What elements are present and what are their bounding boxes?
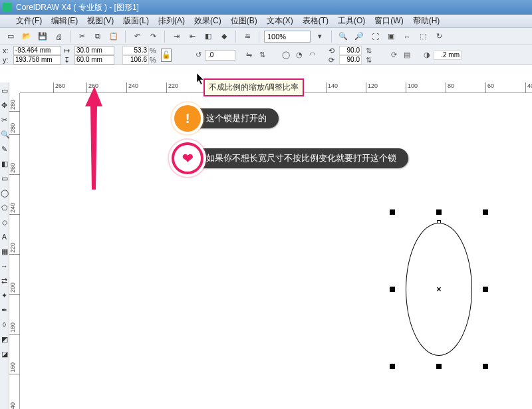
arc-button[interactable]: ◠ xyxy=(307,49,319,61)
refresh-button[interactable]: ↻ xyxy=(432,30,446,43)
menu-edit[interactable]: 编辑(E) xyxy=(51,15,78,27)
interactive-fill-tool[interactable]: ◪ xyxy=(1,348,9,359)
menu-file[interactable]: 文件(F) xyxy=(16,15,42,27)
sel-handle-ml[interactable] xyxy=(390,287,395,292)
sel-handle-mr[interactable] xyxy=(483,287,488,292)
ruler-tick: 240 xyxy=(9,203,20,215)
menu-layout[interactable]: 版面(L) xyxy=(123,15,149,27)
sel-handle-bl[interactable] xyxy=(390,364,395,369)
undo-button[interactable]: ↶ xyxy=(130,30,144,43)
paste-button[interactable]: 📋 xyxy=(107,30,120,43)
zoom-dropdown-icon[interactable]: ▾ xyxy=(313,30,327,43)
spinner-icon[interactable]: ⇅ xyxy=(362,54,374,66)
menu-view[interactable]: 视图(V) xyxy=(87,15,114,27)
smart-fill-tool[interactable]: ◧ xyxy=(1,158,9,169)
import-button[interactable]: ⇥ xyxy=(170,30,183,43)
dimension-tool[interactable]: ↔ xyxy=(1,261,9,271)
basic-shapes-tool[interactable]: ◇ xyxy=(1,217,9,227)
window-titlebar: CorelDRAW X4 ( 专业版 ) - [图形1] xyxy=(0,0,532,15)
text-tool[interactable]: A xyxy=(1,231,9,242)
menu-help[interactable]: 帮助(H) xyxy=(413,15,440,27)
pie-button[interactable]: ◔ xyxy=(293,49,305,61)
menu-tools[interactable]: 工具(O) xyxy=(338,15,365,27)
scale-x-input[interactable] xyxy=(122,46,149,55)
height-input[interactable] xyxy=(74,55,114,65)
copy-button[interactable]: ⧉ xyxy=(91,30,104,43)
redo-button[interactable]: ↷ xyxy=(146,30,160,43)
annotation-text-2: 如果你不想长宽尺寸不按比例变化就要打开这个锁 xyxy=(188,148,408,168)
print-button[interactable]: 🖨 xyxy=(52,30,65,43)
zoom-tool[interactable]: 🔍 xyxy=(1,129,9,140)
menu-window[interactable]: 窗口(W) xyxy=(374,15,403,27)
end-angle-input[interactable] xyxy=(339,55,362,65)
new-button[interactable]: ▭ xyxy=(4,30,17,43)
menu-text[interactable]: 文本(X) xyxy=(267,15,293,27)
start-angle-input[interactable] xyxy=(339,46,362,55)
menu-effects[interactable]: 效果(C) xyxy=(194,15,221,27)
mirror-h-button[interactable]: ⇋ xyxy=(243,49,255,61)
zoom-width-button[interactable]: ↔ xyxy=(400,30,414,43)
width-input[interactable] xyxy=(74,46,114,55)
export-button[interactable]: ⇤ xyxy=(186,30,199,43)
ruler-tick: 260 xyxy=(9,163,20,175)
pick-tool[interactable]: ▭ xyxy=(1,85,9,96)
zoom-selection-button[interactable]: ⬚ xyxy=(416,30,430,43)
welcome-button[interactable]: ◆ xyxy=(217,30,231,43)
end-angle-icon: ⟳ xyxy=(329,55,339,65)
outline-tool[interactable]: ◊ xyxy=(1,319,9,330)
interactive-tool[interactable]: ✦ xyxy=(1,290,9,301)
ellipse-button[interactable]: ◯ xyxy=(280,49,292,61)
polygon-tool[interactable]: ⬠ xyxy=(1,202,9,213)
lock-ratio-button[interactable]: 🔓 xyxy=(161,49,172,62)
standard-toolbar: ▭ 📂 💾 🖨 ✂ ⧉ 📋 ↶ ↷ ⇥ ⇤ ◧ ◆ ≋ ▾ 🔍 🔎 ⛶ ▣ ↔ … xyxy=(0,28,532,45)
save-button[interactable]: 💾 xyxy=(36,30,49,43)
canvas[interactable]: 不成比例的缩放/调整比率 ! 这个锁是打开的 ❤ 如果你不想长宽尺寸不按比例变化… xyxy=(20,93,532,409)
separator xyxy=(235,31,236,43)
annotation-callout-1: ! 这个锁是打开的 xyxy=(174,105,279,132)
connector-tool[interactable]: ⇄ xyxy=(1,275,9,286)
outline-width-input[interactable] xyxy=(434,51,462,60)
zoom-fit-button[interactable]: ⛶ xyxy=(368,30,382,43)
wrap-button[interactable]: ▤ xyxy=(401,49,413,61)
ruler-tick: 80 xyxy=(446,82,454,93)
cut-button[interactable]: ✂ xyxy=(75,30,88,43)
cursor-icon xyxy=(197,73,205,85)
options-button[interactable]: ≋ xyxy=(241,30,254,43)
shape-tool[interactable]: ✥ xyxy=(1,100,9,110)
rotation-group: ↺ xyxy=(192,49,235,61)
zoom-level-input[interactable] xyxy=(264,31,311,43)
separator xyxy=(125,31,126,43)
x-input[interactable] xyxy=(13,46,61,55)
sel-handle-tc[interactable] xyxy=(436,209,442,215)
freehand-tool[interactable]: ✎ xyxy=(1,144,9,154)
rotation-input[interactable] xyxy=(205,50,235,61)
scale-y-input[interactable] xyxy=(122,55,149,65)
zoom-page-button[interactable]: ▣ xyxy=(384,30,398,43)
x-label: x: xyxy=(3,46,13,55)
zoom-in-button[interactable]: 🔍 xyxy=(336,30,350,43)
open-button[interactable]: 📂 xyxy=(20,30,33,43)
sel-handle-tr[interactable] xyxy=(483,209,488,215)
sel-handle-br[interactable] xyxy=(483,364,488,369)
menu-bitmap[interactable]: 位图(B) xyxy=(231,15,257,27)
mirror-v-button[interactable]: ⇅ xyxy=(256,49,268,61)
direction-button[interactable]: ⟳ xyxy=(388,49,400,61)
ellipse-tool[interactable]: ◯ xyxy=(1,188,9,198)
y-input[interactable] xyxy=(13,55,61,65)
rectangle-tool[interactable]: ▭ xyxy=(1,173,9,184)
zoom-out-button[interactable]: 🔎 xyxy=(352,30,366,43)
fill-tool[interactable]: ◩ xyxy=(1,334,9,344)
ruler-vertical[interactable]: 280280260240220200180160140 xyxy=(9,93,20,409)
app-launcher-button[interactable]: ◧ xyxy=(201,30,215,43)
sel-handle-bc[interactable] xyxy=(436,364,442,369)
menu-table[interactable]: 表格(T) xyxy=(303,15,329,27)
eyedropper-tool[interactable]: ✒ xyxy=(1,305,9,315)
property-bar: x: y: ↦ ↧ % % 🔓 ↺ ⇋ ⇅ ◯ ◔ ◠ ⟲⇅ ⟳⇅ ⟳ ▤ ◑ xyxy=(0,45,532,65)
sel-center-marker[interactable]: × xyxy=(436,285,441,294)
table-tool[interactable]: ▦ xyxy=(1,246,9,257)
sel-handle-tl[interactable] xyxy=(390,209,395,215)
exclamation-icon: ! xyxy=(174,105,201,132)
crop-tool[interactable]: ✂ xyxy=(1,114,9,125)
menu-arrange[interactable]: 排列(A) xyxy=(158,15,185,27)
ellipse-node-top[interactable] xyxy=(437,220,441,223)
